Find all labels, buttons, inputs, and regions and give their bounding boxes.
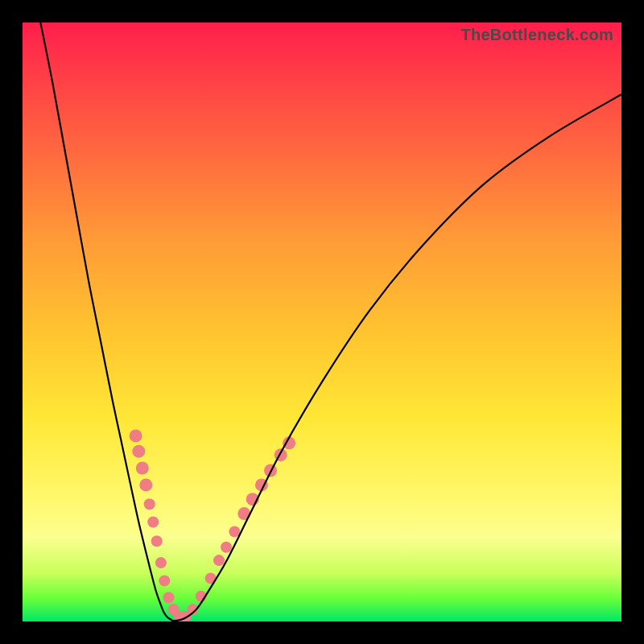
data-marker	[159, 575, 170, 586]
data-marker	[155, 557, 167, 568]
data-marker	[132, 445, 145, 458]
marker-group	[130, 429, 296, 621]
data-marker	[163, 592, 175, 603]
data-marker	[130, 429, 142, 442]
curve-layer	[23, 23, 621, 621]
data-marker	[221, 542, 232, 553]
data-marker	[136, 462, 149, 475]
data-marker	[144, 498, 155, 510]
data-marker	[213, 555, 225, 566]
data-marker	[139, 478, 152, 491]
chart-frame: TheBottleneck.com	[0, 0, 644, 644]
data-marker	[147, 517, 159, 528]
data-marker	[151, 535, 163, 547]
bottleneck-curve	[40, 23, 621, 621]
plot-area: TheBottleneck.com	[23, 23, 621, 621]
